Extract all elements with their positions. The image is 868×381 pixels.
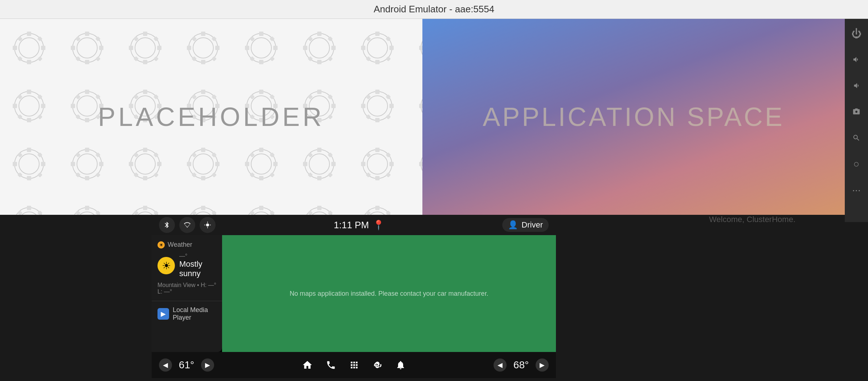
volume-down-icon[interactable] xyxy=(849,78,864,93)
notification-button[interactable] xyxy=(396,360,406,370)
driver-label: Driver xyxy=(521,220,543,230)
right-temp-control: ◀ 68° ▶ xyxy=(494,359,549,372)
content-row: ☀ Weather ☀ —° Mostly sunny Mountain Vie… xyxy=(152,235,556,352)
status-center: 1:11 PM 📍 xyxy=(334,220,384,231)
placeholder-label: PLACEHOLDER xyxy=(98,102,324,132)
zoom-icon[interactable] xyxy=(849,131,864,145)
display-area: PLACEHOLDER APPLICATION SPACE xyxy=(0,19,845,215)
right-panel: APPLICATION SPACE xyxy=(422,19,845,215)
title-bar: Android Emulator - aae:5554 xyxy=(0,0,868,19)
weather-label: Weather xyxy=(168,241,192,249)
weather-location: Mountain View • H: —° L: —° xyxy=(157,282,216,295)
weather-condition: Mostly sunny xyxy=(179,259,216,278)
camera-icon[interactable] xyxy=(849,105,864,119)
wifi-icon[interactable] xyxy=(179,217,195,233)
location-pin-icon: 📍 xyxy=(373,220,384,231)
notification-drawer: ☀ Weather ☀ —° Mostly sunny Mountain Vie… xyxy=(152,235,222,352)
map-area[interactable]: No maps application installed. Please co… xyxy=(222,235,556,352)
status-bar: 1:11 PM 📍 👤 Driver xyxy=(152,215,556,235)
side-controls: ⏻ ○ ··· xyxy=(845,19,868,222)
driver-badge[interactable]: 👤 Driver xyxy=(502,218,549,232)
android-auto-bar: 1:11 PM 📍 👤 Driver ☀ Weather ☀ —° Mostl xyxy=(152,215,556,378)
media-player-icon: ▶ xyxy=(157,308,169,320)
right-temp-increase-button[interactable]: ▶ xyxy=(536,359,549,372)
left-temp-control: ◀ 61° ▶ xyxy=(159,359,214,372)
bottom-nav: ◀ 61° ▶ ◀ 68° ▶ xyxy=(152,352,556,378)
weather-main-row: ☀ —° Mostly sunny xyxy=(157,253,216,278)
brightness-icon[interactable] xyxy=(200,217,216,233)
media-player-label: Local Media Player xyxy=(173,306,216,321)
left-temp-value: 61° xyxy=(176,359,197,371)
right-temp-value: 68° xyxy=(510,359,532,371)
home-button[interactable] xyxy=(302,360,313,370)
weather-card[interactable]: ☀ Weather ☀ —° Mostly sunny Mountain Vie… xyxy=(152,235,222,301)
left-temp-decrease-button[interactable]: ◀ xyxy=(159,359,172,372)
weather-temp-dash: —° xyxy=(179,253,216,259)
title-text: Android Emulator - aae:5554 xyxy=(374,4,494,15)
map-message: No maps application installed. Please co… xyxy=(290,290,488,298)
weather-header: ☀ Weather xyxy=(157,241,216,249)
grid-button[interactable] xyxy=(349,360,359,370)
app-space-label: APPLICATION SPACE xyxy=(483,102,785,132)
left-panel: PLACEHOLDER xyxy=(0,19,422,215)
right-temp-decrease-button[interactable]: ◀ xyxy=(494,359,507,372)
phone-button[interactable] xyxy=(326,360,336,370)
cluster-home-text: Welcome, ClusterHome. xyxy=(709,215,795,224)
current-time: 1:11 PM xyxy=(334,220,369,231)
weather-info: —° Mostly sunny xyxy=(179,253,216,278)
media-player-card[interactable]: ▶ Local Media Player xyxy=(152,301,222,327)
circle-icon[interactable]: ○ xyxy=(849,157,864,171)
bluetooth-icon[interactable] xyxy=(159,217,175,233)
nav-icons xyxy=(302,360,406,370)
power-icon[interactable]: ⏻ xyxy=(849,26,864,41)
volume-up-icon[interactable] xyxy=(849,52,864,67)
person-icon: 👤 xyxy=(508,220,518,230)
weather-sun-small-icon: ☀ xyxy=(157,241,165,249)
fan-button[interactable] xyxy=(372,360,382,370)
more-options-icon[interactable]: ··· xyxy=(849,183,864,197)
status-left-icons xyxy=(159,217,216,233)
weather-sun-icon: ☀ xyxy=(157,257,175,274)
left-temp-increase-button[interactable]: ▶ xyxy=(201,359,214,372)
